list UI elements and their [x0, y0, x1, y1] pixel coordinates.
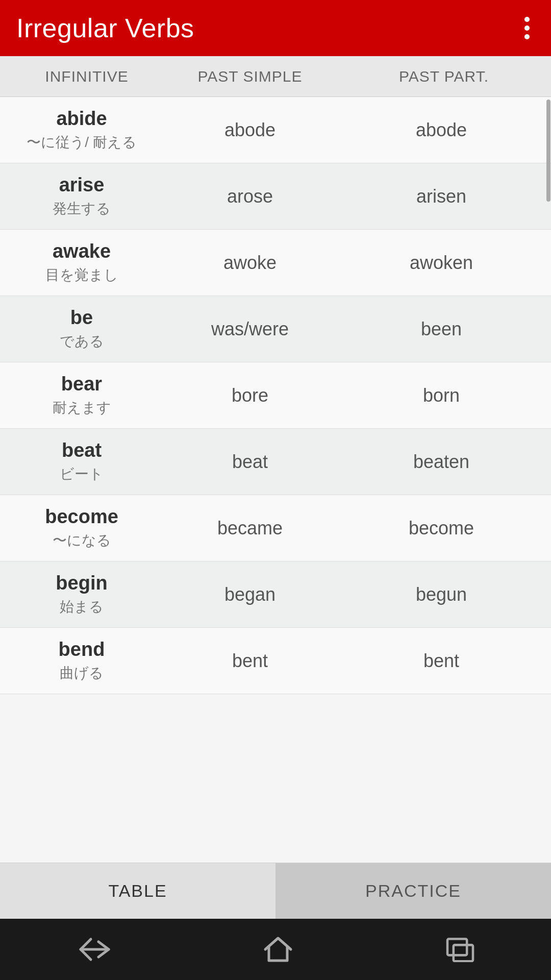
verb-past-simple: arose [227, 186, 273, 207]
past-simple-cell: abode [163, 109, 337, 151]
infinitive-header: INFINITIVE [0, 68, 163, 85]
past-part-cell: begun [337, 574, 551, 616]
past-simple-cell: was/were [163, 308, 337, 350]
verb-infinitive: be [70, 307, 93, 329]
verb-past-simple: became [217, 518, 283, 539]
table-row[interactable]: bend 曲げる bent bent [0, 628, 551, 694]
past-simple-cell: beat [163, 441, 337, 483]
verb-past-part: beaten [413, 451, 469, 473]
past-simple-cell: began [163, 574, 337, 616]
bottom-tabs: TABLE PRACTICE [0, 863, 551, 919]
svg-rect-1 [447, 939, 467, 955]
infinitive-cell: arise 発生する [0, 164, 163, 229]
verb-past-part: abode [416, 119, 467, 141]
navigation-bar [0, 919, 551, 980]
verb-japanese: 〜になる [53, 531, 111, 550]
table-row[interactable]: abide 〜に従う/ 耐える abode abode [0, 97, 551, 163]
verb-past-part: born [423, 385, 460, 406]
verb-past-simple: began [224, 584, 276, 605]
verb-infinitive: become [45, 506, 118, 528]
past-part-cell: become [337, 507, 551, 549]
infinitive-cell: bear 耐えます [0, 363, 163, 428]
infinitive-cell: begin 始まる [0, 562, 163, 627]
past-part-cell: bent [337, 640, 551, 682]
svg-rect-2 [453, 945, 472, 961]
past-simple-cell: bent [163, 640, 337, 682]
table-row[interactable]: arise 発生する arose arisen [0, 163, 551, 230]
table-column-headers: INFINITIVE PAST SIMPLE PAST PART. [0, 56, 551, 97]
verb-infinitive: awake [53, 240, 111, 262]
verb-infinitive: arise [59, 174, 105, 196]
verb-past-simple: bent [232, 650, 268, 672]
infinitive-cell: abide 〜に従う/ 耐える [0, 97, 163, 162]
verb-infinitive: bear [61, 373, 102, 395]
verb-japanese: 耐えます [53, 398, 111, 418]
verb-past-simple: abode [224, 119, 276, 141]
verb-infinitive: beat [62, 439, 102, 461]
verb-infinitive: begin [56, 572, 107, 594]
past-part-cell: awoken [337, 242, 551, 284]
verb-past-simple: was/were [211, 318, 289, 340]
verb-past-part: begun [416, 584, 467, 605]
recent-apps-button[interactable] [445, 937, 475, 962]
verb-japanese: である [60, 332, 104, 351]
past-part-cell: abode [337, 109, 551, 151]
app-title: Irregular Verbs [16, 13, 194, 43]
past-simple-cell: awoke [163, 242, 337, 284]
past-simple-cell: became [163, 507, 337, 549]
verb-infinitive: abide [56, 108, 107, 130]
verb-infinitive: bend [59, 639, 105, 660]
verb-japanese: 目を覚まし [45, 265, 118, 285]
verb-past-part: awoken [410, 252, 473, 274]
past-part-cell: arisen [337, 176, 551, 217]
back-button[interactable] [76, 937, 111, 962]
verb-past-simple: awoke [223, 252, 277, 274]
scrollbar[interactable] [546, 97, 551, 863]
infinitive-cell: be である [0, 297, 163, 361]
verb-japanese: ビート [60, 464, 104, 484]
table-row[interactable]: awake 目を覚まし awoke awoken [0, 230, 551, 296]
table-row[interactable]: become 〜になる became become [0, 495, 551, 561]
table-row[interactable]: begin 始まる began begun [0, 561, 551, 628]
past-simple-cell: bore [163, 375, 337, 416]
infinitive-cell: awake 目を覚まし [0, 230, 163, 295]
table-row[interactable]: bear 耐えます bore born [0, 362, 551, 429]
past-part-cell: beaten [337, 441, 551, 483]
infinitive-cell: beat ビート [0, 429, 163, 494]
verb-past-part: become [409, 518, 474, 539]
tab-practice[interactable]: PRACTICE [276, 863, 551, 919]
home-button[interactable] [263, 934, 293, 965]
verb-past-part: been [421, 318, 462, 340]
verb-rows-container: abide 〜に従う/ 耐える abode abode arise 発生する a… [0, 97, 551, 694]
verb-past-simple: bore [232, 385, 268, 406]
infinitive-cell: bend 曲げる [0, 628, 163, 693]
table-row[interactable]: be である was/were been [0, 296, 551, 362]
verb-past-simple: beat [232, 451, 268, 473]
table-row[interactable]: beat ビート beat beaten [0, 429, 551, 495]
more-options-icon[interactable] [519, 12, 535, 44]
past-simple-header: PAST SIMPLE [163, 68, 337, 85]
past-simple-cell: arose [163, 176, 337, 217]
verb-table: abide 〜に従う/ 耐える abode abode arise 発生する a… [0, 97, 551, 863]
verb-japanese: 〜に従う/ 耐える [27, 133, 137, 152]
past-part-cell: been [337, 308, 551, 350]
verb-japanese: 始まる [60, 597, 104, 617]
verb-past-part: arisen [416, 186, 466, 207]
verb-japanese: 発生する [53, 199, 111, 218]
past-part-header: PAST PART. [337, 68, 551, 85]
scroll-thumb[interactable] [546, 100, 550, 202]
past-part-cell: born [337, 375, 551, 416]
verb-japanese: 曲げる [60, 664, 104, 683]
infinitive-cell: become 〜になる [0, 496, 163, 560]
app-header: Irregular Verbs [0, 0, 551, 56]
verb-past-part: bent [423, 650, 459, 672]
tab-table[interactable]: TABLE [0, 863, 276, 919]
